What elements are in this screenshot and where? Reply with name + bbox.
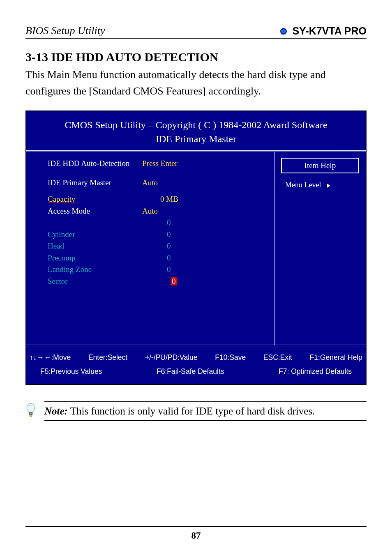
bios-title-line2: IDE Primary Master	[156, 134, 236, 144]
hint-enter: Enter:Select	[88, 350, 127, 364]
header-left-title: BIOS Setup Utility	[25, 25, 105, 37]
bios-title-line1: CMOS Setup Utility – Copyright ( C ) 198…	[65, 120, 327, 130]
label-cylinder: Cylinder	[48, 229, 142, 241]
hint-f6: F6:Fail-Safe Defaults	[157, 364, 224, 378]
menu-level: Menu Level	[279, 181, 362, 189]
svg-rect-3	[29, 412, 33, 415]
row-head: Head 0	[48, 240, 269, 252]
label-head: Head	[48, 240, 142, 252]
svg-point-2	[27, 404, 35, 413]
value-head: 0	[142, 240, 204, 252]
value-sector: 0	[142, 276, 204, 288]
row-cylinder: Cylinder 0	[48, 229, 269, 241]
label-access-mode: Access Mode	[48, 205, 142, 217]
row-landing: Landing Zone 0	[48, 264, 269, 276]
hint-f7: F7: Optimized Defaults	[279, 364, 352, 378]
value-auto-detect: Press Enter	[142, 158, 204, 170]
row-precomp: Precomp 0	[48, 252, 269, 264]
row-access-mode[interactable]: Access Mode Auto	[48, 205, 269, 217]
svg-text:SOYO: SOYO	[281, 33, 286, 35]
row-sector: Sector 0	[48, 276, 269, 288]
row-access-sub: 0	[48, 217, 269, 229]
page-footer: 87	[25, 526, 367, 541]
note-body: This function is only valid for IDE type…	[68, 405, 315, 417]
item-help-box: Item Help	[281, 158, 359, 173]
item-help-label: Item Help	[304, 161, 336, 170]
label-sector: Sector	[48, 276, 142, 288]
lightbulb-icon	[25, 403, 36, 419]
hint-esc: ESC:Exit	[263, 350, 292, 364]
hint-pupd: +/-/PU/PD:Value	[145, 350, 198, 364]
svg-rect-4	[30, 415, 32, 417]
menu-level-label: Menu Level	[285, 181, 321, 189]
header-right-wrap: SOYO SY-K7VTA PRO	[278, 25, 367, 37]
value-cylinder: 0	[142, 229, 204, 241]
row-primary-master[interactable]: IDE Primary Master Auto	[48, 177, 269, 189]
bios-settings-panel: IDE HDD Auto-Detection Press Enter IDE P…	[26, 152, 273, 345]
label-capacity: Capacity	[48, 193, 142, 205]
hint-f1: F1:General Help	[310, 350, 362, 364]
page-number: 87	[191, 530, 201, 541]
bios-body: IDE HDD Auto-Detection Press Enter IDE P…	[26, 150, 366, 346]
header-right-model: SY-K7VTA PRO	[292, 25, 367, 37]
value-access-mode: Auto	[142, 205, 204, 217]
value-primary-master: Auto	[142, 177, 204, 189]
label-auto-detect: IDE HDD Auto-Detection	[48, 158, 142, 170]
section-body-text: This Main Menu function automatically de…	[25, 67, 367, 100]
bios-title: CMOS Setup Utility – Copyright ( C ) 198…	[26, 111, 366, 151]
label-primary-master: IDE Primary Master	[48, 177, 142, 189]
hint-move: ↑↓→←:Move	[30, 350, 71, 364]
value-capacity: 0 MB	[142, 193, 204, 205]
hint-f5: F5:Previous Values	[40, 364, 102, 378]
value-access-sub: 0	[142, 217, 204, 229]
row-auto-detection[interactable]: IDE HDD Auto-Detection Press Enter	[48, 158, 269, 170]
row-capacity: Capacity 0 MB	[48, 193, 269, 205]
label-landing: Landing Zone	[48, 264, 142, 276]
triangle-right-icon	[327, 184, 330, 188]
section-heading: 3-13 IDE HDD AUTO DETECTION	[25, 50, 367, 64]
page-header: BIOS Setup Utility SOYO SY-K7VTA PRO	[25, 25, 367, 39]
hint-f10: F10:Save	[215, 350, 246, 364]
value-landing: 0	[142, 264, 204, 276]
value-precomp: 0	[142, 252, 204, 264]
note-text: Note: This function is only valid for ID…	[44, 401, 367, 421]
note-label: Note:	[44, 405, 68, 417]
bios-footer: ↑↓→←:Move Enter:Select +/-/PU/PD:Value F…	[26, 346, 366, 384]
label-precomp: Precomp	[48, 252, 142, 264]
bios-help-panel: Item Help Menu Level	[273, 152, 366, 345]
note-row: Note: This function is only valid for ID…	[25, 401, 367, 421]
soyo-logo-icon: SOYO	[278, 27, 289, 36]
bios-screen: CMOS Setup Utility – Copyright ( C ) 198…	[25, 111, 367, 385]
